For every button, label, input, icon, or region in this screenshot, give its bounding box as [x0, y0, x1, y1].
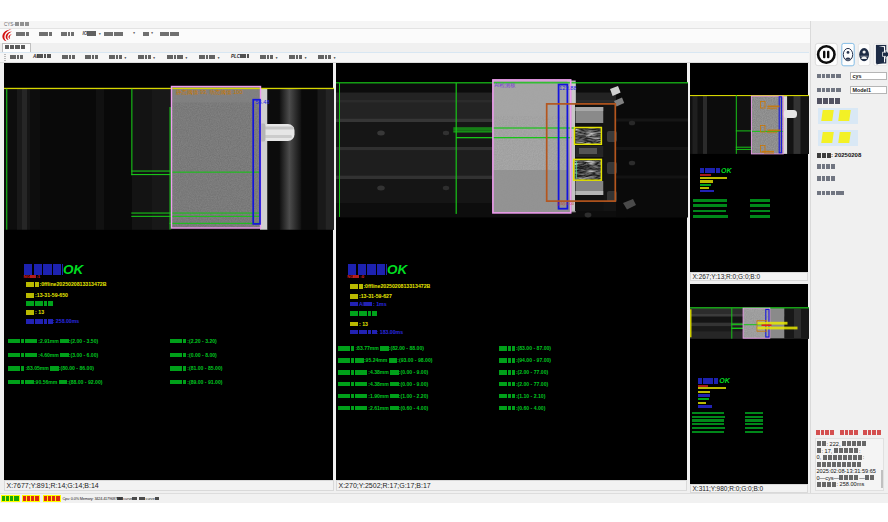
svg-text:缺陷:0.00: 缺陷:0.00 [557, 201, 575, 206]
svg-text:静态阈值:93, 动态阈值:100: 静态阈值:93, 动态阈值:100 [176, 89, 243, 96]
svg-text:123.88: 123.88 [559, 85, 577, 91]
svg-text:55.48: 55.48 [255, 99, 269, 105]
svg-text:AI检测板: AI检测板 [494, 82, 516, 89]
